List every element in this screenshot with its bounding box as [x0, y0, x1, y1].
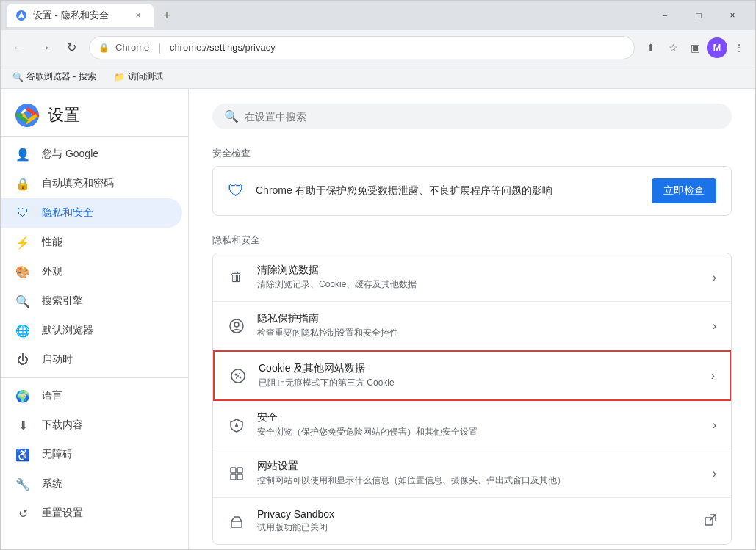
startup-icon: ⏻: [15, 352, 30, 367]
row-subtitle: 已阻止无痕模式下的第三方 Cookie: [259, 377, 699, 389]
bookmark-test[interactable]: 📁 访问测试: [108, 69, 169, 84]
svg-rect-14: [231, 468, 236, 473]
sidebar-item-search[interactable]: 🔍 搜索引擎: [1, 286, 182, 316]
sidebar-item-label: 系统: [42, 477, 62, 491]
cookie-icon: [229, 367, 247, 385]
shield-icon: 🛡: [15, 206, 30, 220]
forward-button[interactable]: →: [33, 36, 57, 59]
share-button[interactable]: ⬆: [641, 37, 661, 58]
sidebar-item-label: 性能: [42, 236, 62, 249]
row-text: Privacy Sandbox 试用版功能已关闭: [257, 508, 693, 534]
sidebar-item-startup[interactable]: ⏻ 启动时: [1, 345, 182, 374]
site-settings-icon: [228, 465, 245, 482]
reload-button[interactable]: ↻: [60, 36, 83, 59]
svg-rect-17: [237, 474, 242, 480]
privacy-section-title: 隐私和安全: [212, 234, 732, 247]
tab-strip: 设置 - 隐私和安全 × +: [7, 4, 645, 27]
sidebar-item-label: 隐私和安全: [42, 206, 93, 220]
svg-point-8: [239, 373, 240, 374]
site-settings-row[interactable]: 网站设置 控制网站可以使用和显示什么信息（如位置信息、摄像头、弹出式窗口及其他）…: [213, 449, 731, 498]
sidebar-item-privacy[interactable]: 🛡 隐私和安全: [1, 198, 182, 228]
security-row[interactable]: 安全 安全浏览（保护您免受危险网站的侵害）和其他安全设置 ›: [213, 401, 731, 449]
browser-icon: 🌐: [15, 323, 30, 338]
sidebar-item-label: 启动时: [42, 353, 73, 366]
sidebar-item-reset[interactable]: ↺ 重置设置: [1, 499, 182, 528]
row-title: 网站设置: [257, 460, 701, 473]
sidebar-toggle-button[interactable]: ▣: [685, 37, 705, 58]
url-separator: |: [158, 42, 161, 54]
chrome-logo: [15, 104, 39, 127]
row-text: Cookie 及其他网站数据 已阻止无痕模式下的第三方 Cookie: [259, 362, 699, 389]
sidebar-item-label: 语言: [42, 389, 62, 402]
security-shield-icon: 🛡: [228, 181, 244, 200]
autofill-icon: 🔒: [15, 176, 30, 191]
url-display: chrome://settings/privacy: [170, 42, 276, 53]
sidebar-item-label: 默认浏览器: [42, 324, 93, 337]
row-text: 安全 安全浏览（保护您免受危险网站的侵害）和其他安全设置: [257, 411, 701, 438]
folder-icon: 📁: [114, 72, 125, 82]
browser-brand: Chrome: [115, 42, 149, 53]
sidebar-item-system[interactable]: 🔧 系统: [1, 469, 182, 499]
active-tab[interactable]: 设置 - 隐私和安全 ×: [7, 4, 154, 27]
main-panel: 🔍 安全检查 🛡 Chrome 有助于保护您免受数据泄露、不良扩展程序等问题的影…: [189, 89, 755, 549]
address-bar: ← → ↻ 🔒 Chrome | chrome://settings/priva…: [1, 30, 755, 65]
clear-browsing-row[interactable]: 🗑 清除浏览数据 清除浏览记录、Cookie、缓存及其他数据 ›: [213, 253, 731, 302]
sidebar-item-label: 下载内容: [42, 419, 83, 432]
maximize-button[interactable]: □: [682, 1, 716, 30]
omnibox-container: 🔒 Chrome | chrome://settings/privacy: [89, 36, 635, 59]
close-button[interactable]: ×: [716, 1, 749, 30]
sidebar-item-default-browser[interactable]: 🌐 默认浏览器: [1, 316, 182, 345]
main-scroll: 🔍 安全检查 🛡 Chrome 有助于保护您免受数据泄露、不良扩展程序等问题的影…: [189, 89, 755, 549]
new-tab-button[interactable]: +: [156, 5, 177, 26]
performance-icon: ⚡: [15, 235, 30, 250]
settings-search-icon: 🔍: [224, 109, 239, 123]
back-button[interactable]: ←: [7, 36, 30, 59]
tab-favicon: [15, 10, 27, 21]
settings-search[interactable]: 🔍: [212, 104, 732, 129]
svg-point-7: [235, 373, 237, 375]
row-subtitle: 试用版功能已关闭: [257, 521, 693, 534]
sidebar-item-autofill[interactable]: 🔒 自动填充和密码: [1, 169, 182, 198]
privacy-sandbox-row[interactable]: Privacy Sandbox 试用版功能已关闭: [213, 498, 731, 544]
row-title: 清除浏览数据: [257, 264, 701, 277]
privacy-icon: [228, 317, 245, 335]
language-icon: 🌍: [15, 388, 30, 403]
row-title: 安全: [257, 411, 701, 424]
sidebar-divider2: [1, 377, 188, 378]
profile-button[interactable]: M: [707, 37, 727, 58]
omnibox[interactable]: 🔒 Chrome | chrome://settings/privacy: [89, 36, 635, 59]
more-button[interactable]: ⋮: [729, 37, 749, 58]
row-text: 隐私保护指南 检查重要的隐私控制设置和安全控件: [257, 312, 701, 339]
sidebar-item-label: 搜索引擎: [42, 294, 83, 308]
check-now-button[interactable]: 立即检查: [652, 178, 716, 203]
sidebar-item-language[interactable]: 🌍 语言: [1, 381, 182, 410]
system-icon: 🔧: [15, 477, 30, 491]
sidebar-item-downloads[interactable]: ⬇ 下载内容: [1, 410, 182, 440]
svg-point-5: [234, 322, 239, 327]
chevron-right-icon: ›: [713, 467, 716, 480]
sidebar-item-appearance[interactable]: 🎨 外观: [1, 257, 182, 286]
sidebar-item-accessibility[interactable]: ♿ 无障碍: [1, 440, 182, 469]
sidebar-item-google[interactable]: 👤 您与 Google: [1, 140, 182, 169]
tab-close-button[interactable]: ×: [132, 9, 145, 22]
search-bookmark-icon: 🔍: [12, 72, 24, 82]
bookmark-search[interactable]: 🔍 谷歌浏览器 - 搜索: [7, 69, 102, 84]
svg-point-12: [235, 424, 238, 427]
window-controls: − □ ×: [648, 1, 749, 30]
privacy-guide-row[interactable]: 隐私保护指南 检查重要的隐私控制设置和安全控件 ›: [213, 302, 731, 350]
row-title: Cookie 及其他网站数据: [259, 362, 699, 375]
security-section-title: 安全检查: [212, 147, 732, 160]
sidebar-item-label: 无障碍: [42, 448, 73, 461]
bookmark-button[interactable]: ☆: [663, 37, 683, 58]
row-text: 网站设置 控制网站可以使用和显示什么信息（如位置信息、摄像头、弹出式窗口及其他）: [257, 460, 701, 487]
title-bar: 设置 - 隐私和安全 × + − □ ×: [1, 1, 755, 30]
lock-icon: 🔒: [98, 43, 109, 53]
row-subtitle: 检查重要的隐私控制设置和安全控件: [257, 327, 701, 339]
sidebar-item-performance[interactable]: ⚡ 性能: [1, 228, 182, 257]
sidebar-item-label: 自动填充和密码: [42, 177, 114, 190]
minimize-button[interactable]: −: [648, 1, 682, 30]
cookie-row[interactable]: Cookie 及其他网站数据 已阻止无痕模式下的第三方 Cookie ›: [213, 350, 731, 401]
address-actions: ⬆ ☆ ▣ M ⋮: [641, 37, 749, 58]
bookmark-label: 访问测试: [128, 70, 163, 83]
settings-search-input[interactable]: [245, 111, 720, 123]
